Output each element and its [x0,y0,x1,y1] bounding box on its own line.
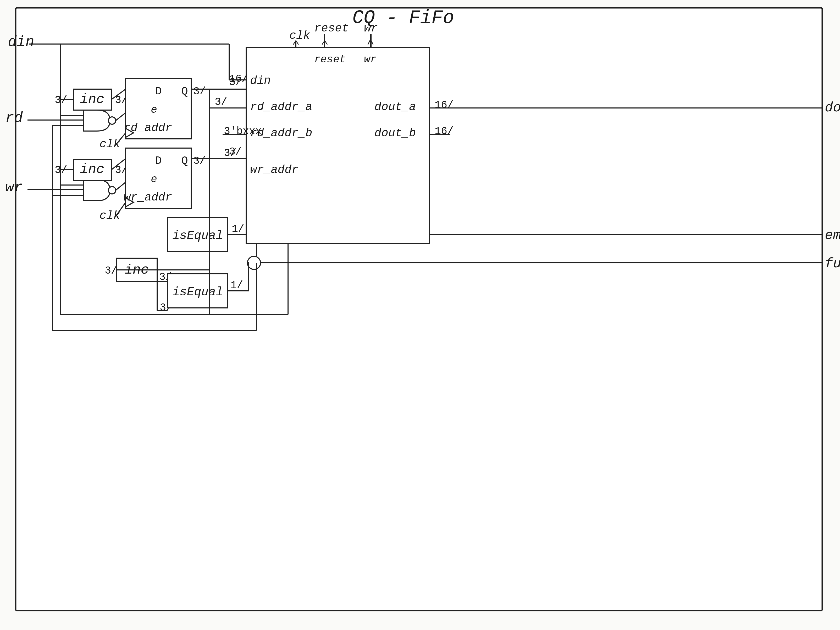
rd-addr-q-bus: 3/ [193,86,206,98]
rd-inc-label: inc [80,92,104,107]
mem-wr-addr-bus: 3/ [224,147,237,159]
dout-label: dout [825,100,840,116]
is-eq-top-out-bus: 1/ [232,223,244,235]
wr-addr-reg-label: wr_addr [124,191,172,204]
mem-rd-addr-a-bus: 3/ [215,96,227,108]
svg-point-18 [108,187,116,194]
is-equal-bot-label: isEqual [172,285,223,299]
wr-inc-label: inc [80,162,104,177]
is-equal-top-label: isEqual [172,229,223,243]
mem-din-bus: 16/ [229,73,248,85]
mem-dout-b-label: dout_b [374,127,416,140]
mem-wr-addr-label: wr_addr [250,163,298,176]
canvas: CQ - FiFo din rd wr inc 3/ 3/ D Q e rd_a… [0,0,840,630]
wr-addr-e-label: e [151,174,157,185]
rd-addr-reg-label: rd_addr [124,121,172,135]
din-label: din [8,33,34,50]
mem-reset-top-label: reset [314,22,349,35]
inc-bottom-in-bus: 3/ [105,265,117,277]
mem-dout-a-label: dout_a [374,100,416,114]
mem-din-label: din [250,74,271,87]
wr-label: wr [5,179,23,196]
wr-addr-d-label: D [155,155,161,167]
rd-inc-in-bus: 3/ [55,94,67,106]
mem-wr-label: wr [364,54,377,65]
empty-label: empty [825,228,840,243]
mem-reset-label: reset [314,54,346,65]
wr-addr-q-bus: 3/ [193,155,206,167]
rd-clk-label: clk [99,138,120,151]
wr-clk-label: clk [99,209,120,222]
mem-rd-addr-b-val: 3'bxxx [224,125,262,137]
svg-point-47 [248,256,261,269]
rd-addr-q-label: Q [181,85,188,98]
wr-addr-q-label: Q [181,155,188,167]
mem-rd-addr-a-label: rd_addr_a [250,100,313,114]
full-label: full [825,256,840,272]
rd-label: rd [5,109,23,126]
mem-clk-label: clk [289,29,310,42]
rd-addr-e-label: e [151,104,157,116]
svg-rect-52 [246,47,429,244]
mem-dout-a-bus: 16/ [435,99,453,111]
mem-dout-b-bus: 16/ [435,125,453,137]
rd-addr-d-label: D [155,85,161,98]
mem-wr-top-label: wr [364,22,378,35]
diagram: CQ - FiFo din rd wr inc 3/ 3/ D Q e rd_a… [0,0,840,630]
svg-point-5 [108,117,116,124]
is-eq-bot-out-bus: 1/ [231,280,243,291]
